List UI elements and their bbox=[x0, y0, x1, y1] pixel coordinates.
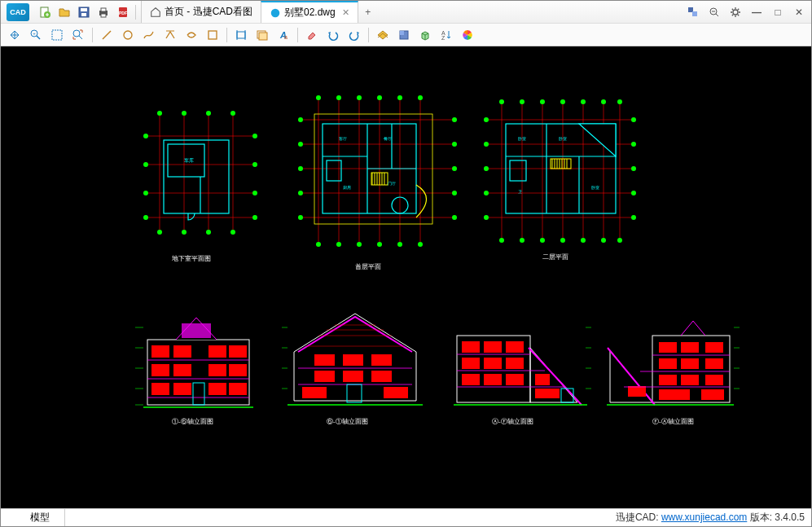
svg-point-135 bbox=[581, 99, 586, 104]
pdf-button[interactable]: PDF bbox=[114, 3, 132, 21]
svg-rect-223 bbox=[506, 341, 524, 353]
svg-point-138 bbox=[499, 238, 504, 243]
layers-icon[interactable] bbox=[684, 3, 702, 21]
block-tool[interactable] bbox=[394, 25, 414, 45]
svg-rect-225 bbox=[484, 358, 502, 369]
toolbar: + Aa AZ bbox=[1, 24, 811, 46]
window-select-tool[interactable] bbox=[47, 25, 67, 45]
bottom-bar: 模型 迅捷CAD: www.xunjiecad.com 版本: 3.4.0.5 bbox=[1, 508, 811, 526]
open-file-button[interactable] bbox=[55, 3, 73, 21]
svg-text:餐厅: 餐厅 bbox=[384, 136, 392, 141]
elevation-label: ①-⑥轴立面图 bbox=[172, 417, 213, 426]
svg-line-14 bbox=[716, 14, 718, 16]
svg-rect-186 bbox=[229, 364, 247, 376]
svg-point-97 bbox=[452, 166, 457, 171]
svg-rect-27 bbox=[237, 32, 245, 38]
svg-rect-7 bbox=[101, 14, 106, 17]
model-tab[interactable]: 模型 bbox=[15, 509, 65, 526]
elevation-3: Ⓐ-Ⓕ轴立面图 bbox=[447, 307, 594, 417]
tab-home[interactable]: 首页 - 迅捷CAD看图 bbox=[141, 1, 261, 23]
new-tab-button[interactable]: + bbox=[358, 1, 378, 23]
svg-point-84 bbox=[316, 242, 321, 247]
svg-rect-4 bbox=[81, 13, 86, 16]
print-button[interactable] bbox=[94, 3, 112, 21]
svg-rect-159 bbox=[510, 160, 526, 181]
tab-close-button[interactable]: ✕ bbox=[342, 7, 349, 18]
svg-point-141 bbox=[560, 238, 565, 243]
circle-tool[interactable] bbox=[118, 25, 138, 45]
svg-point-147 bbox=[484, 166, 489, 171]
svg-rect-184 bbox=[173, 364, 191, 376]
svg-point-48 bbox=[182, 111, 187, 116]
svg-text:a: a bbox=[284, 34, 287, 40]
svg-point-16 bbox=[733, 10, 738, 15]
drawing-canvas[interactable]: 车库 地下室平面图 bbox=[1, 46, 811, 508]
pan-tool[interactable] bbox=[5, 25, 24, 45]
maximize-button[interactable]: □ bbox=[769, 3, 787, 21]
separator bbox=[368, 28, 369, 42]
zoom-tool[interactable]: + bbox=[26, 25, 46, 45]
dimension-tool[interactable] bbox=[231, 25, 251, 45]
save-button[interactable] bbox=[75, 3, 93, 21]
undo-button[interactable] bbox=[323, 25, 343, 45]
svg-point-87 bbox=[377, 242, 382, 247]
close-button[interactable]: ✕ bbox=[790, 3, 808, 21]
polyline-tool[interactable] bbox=[139, 25, 159, 45]
erase-tool[interactable] bbox=[302, 25, 322, 45]
website-link[interactable]: www.xunjiecad.com bbox=[661, 512, 747, 523]
svg-text:+: + bbox=[33, 31, 36, 36]
settings-button[interactable] bbox=[726, 3, 744, 21]
svg-rect-253 bbox=[701, 389, 724, 400]
svg-rect-183 bbox=[151, 364, 169, 376]
ellipse-tool[interactable] bbox=[203, 25, 222, 45]
new-file-button[interactable] bbox=[36, 3, 54, 21]
line-tool[interactable] bbox=[97, 25, 116, 45]
svg-text:PDF: PDF bbox=[119, 11, 127, 15]
svg-rect-229 bbox=[506, 374, 524, 385]
svg-text:卧室: 卧室 bbox=[591, 185, 599, 190]
svg-point-58 bbox=[143, 215, 148, 220]
floor-plan-second: 卧室卧室 卫卧室 二层平面 bbox=[481, 95, 644, 258]
svg-point-61 bbox=[252, 191, 257, 195]
svg-rect-12 bbox=[692, 11, 697, 16]
svg-rect-242 bbox=[659, 342, 677, 353]
color-tool[interactable] bbox=[458, 25, 477, 45]
svg-point-146 bbox=[484, 142, 489, 147]
zoom-extents-tool[interactable] bbox=[68, 25, 88, 45]
tab-file[interactable]: 别墅02.dwg ✕ bbox=[261, 1, 358, 23]
tab-bar: 首页 - 迅捷CAD看图 别墅02.dwg ✕ + bbox=[142, 1, 684, 23]
sort-tool[interactable]: AZ bbox=[437, 25, 456, 45]
arc-tool[interactable] bbox=[182, 25, 201, 45]
text-tool[interactable]: Aa bbox=[274, 25, 293, 45]
svg-rect-221 bbox=[462, 341, 480, 353]
svg-rect-180 bbox=[173, 345, 191, 358]
svg-point-154 bbox=[631, 215, 636, 220]
svg-rect-6 bbox=[101, 8, 106, 11]
minimize-button[interactable]: — bbox=[748, 3, 766, 21]
svg-rect-31 bbox=[259, 33, 267, 40]
svg-rect-210 bbox=[302, 387, 327, 398]
svg-point-79 bbox=[336, 95, 341, 100]
svg-point-93 bbox=[298, 191, 303, 195]
svg-text:门厅: 门厅 bbox=[388, 181, 396, 186]
svg-point-78 bbox=[316, 95, 321, 100]
svg-point-51 bbox=[157, 230, 162, 235]
svg-rect-181 bbox=[208, 345, 226, 358]
svg-point-136 bbox=[601, 99, 606, 104]
zoom-out-icon[interactable] bbox=[705, 3, 723, 21]
svg-point-57 bbox=[143, 191, 148, 195]
svg-point-82 bbox=[397, 95, 402, 100]
window-controls: — □ ✕ bbox=[684, 3, 808, 21]
cube-tool[interactable] bbox=[415, 25, 435, 45]
hatch-tool[interactable] bbox=[373, 25, 393, 45]
svg-point-96 bbox=[452, 142, 457, 147]
svg-point-54 bbox=[230, 230, 235, 235]
tab-label: 别墅02.dwg bbox=[284, 6, 336, 20]
rect-tool[interactable] bbox=[160, 25, 180, 45]
layer-tool[interactable] bbox=[252, 25, 272, 45]
svg-text:卫: 卫 bbox=[518, 189, 522, 194]
redo-button[interactable] bbox=[345, 25, 364, 45]
svg-point-150 bbox=[631, 117, 636, 122]
svg-point-131 bbox=[499, 99, 504, 104]
svg-rect-251 bbox=[628, 386, 646, 397]
